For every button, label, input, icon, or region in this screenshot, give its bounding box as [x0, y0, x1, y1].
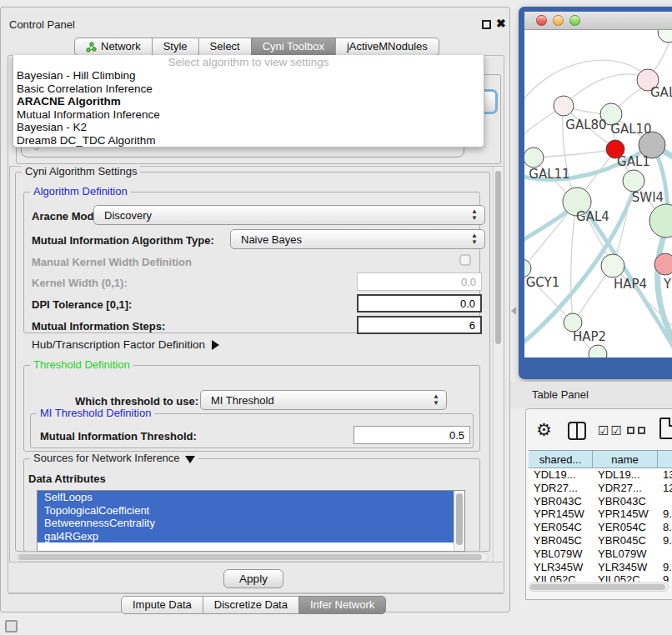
network-node-hap4[interactable] — [601, 254, 624, 278]
node-label-gal11: GAL11 — [529, 167, 569, 182]
attribute-item-selfloops[interactable]: SelfLoops — [38, 491, 464, 504]
algorithm-option-mutual-information-inference[interactable]: Mutual Information Inference — [13, 108, 484, 122]
network-node-gal80[interactable] — [554, 96, 574, 116]
algorithm-option-dream8-dc-tdc-algorithm[interactable]: Dream8 DC_TDC Algorithm — [13, 134, 484, 148]
table-row[interactable]: YDL19...YDL19...13 — [529, 468, 672, 482]
node-label-salmon-node: Y — [663, 277, 672, 292]
node-label-gcy1: GCY1 — [526, 275, 560, 290]
column-header-shared-[interactable]: shared... — [529, 451, 593, 468]
dpi-tolerance-field[interactable] — [357, 294, 482, 312]
network-edge[interactable] — [536, 150, 612, 158]
network-canvas[interactable]: GALGAL80GAL10GAL1SWI4GAL4GAL11GCY1HAP4YH… — [524, 30, 672, 358]
table-row[interactable]: YLR345WYLR345W9. — [529, 561, 672, 574]
tab-style[interactable]: Style — [152, 38, 199, 56]
algorithm-option-basic-correlation-inference[interactable]: Basic Correlation Inference — [13, 82, 484, 96]
tab-cyni-toolbox[interactable]: Cyni Toolbox — [251, 38, 336, 56]
tab-network[interactable]: Network — [74, 38, 153, 56]
mi-type-combo[interactable]: Naive Bayes ▲▼ — [230, 229, 485, 249]
mi-type-value: Naive Bayes — [241, 233, 302, 246]
settings-hscrollbar[interactable] — [17, 552, 489, 562]
minimized-panel-icon[interactable] — [5, 620, 18, 632]
node-label-swi4: SWI4 — [632, 190, 664, 205]
tab-discretize-data[interactable]: Discretize Data — [203, 596, 299, 614]
settings-vscrollbar[interactable] — [493, 167, 503, 562]
table-cell: YER054C — [593, 521, 658, 534]
table-cell: YLR345W — [529, 561, 593, 574]
table-row[interactable]: YPR145WYPR145W9. — [529, 508, 672, 521]
network-edge[interactable] — [524, 205, 574, 269]
algorithm-option-bayesian-k2[interactable]: Bayesian - K2 — [13, 121, 484, 134]
table-row[interactable]: YIL052CYIL052C9 — [529, 573, 672, 582]
network-window-titlebar[interactable] — [524, 12, 672, 30]
mi-steps-field[interactable] — [357, 316, 482, 334]
table-cell: YDL19... — [529, 468, 593, 482]
algorithm-option-bayesian-hill-climbing[interactable]: Bayesian - Hill Climbing — [13, 69, 484, 82]
kernel-width-field[interactable] — [357, 272, 482, 291]
network-node-bottom-partial[interactable] — [589, 345, 607, 358]
deselect-all-checkboxes-icon[interactable] — [627, 427, 645, 434]
algorithm-dropdown-placeholder: Select algorithm to view settings — [13, 55, 484, 69]
tab-select[interactable]: Select — [198, 38, 252, 56]
export-table-icon[interactable] — [659, 418, 672, 439]
table-cell: 12 — [658, 482, 672, 495]
network-node-swi4[interactable] — [623, 170, 644, 192]
hub-definition-toggle[interactable]: Hub/Transcription Factor Definition — [32, 338, 219, 351]
mi-threshold-field[interactable] — [354, 426, 470, 444]
manual-kernel-checkbox[interactable] — [459, 254, 471, 266]
network-canvas-svg: GALGAL80GAL10GAL1SWI4GAL4GAL11GCY1HAP4YH… — [524, 30, 672, 358]
mi-type-label: Mutual Information Algorithm Type: — [32, 234, 214, 247]
table-panel-title: Table Panel — [532, 388, 589, 401]
tab-infer-network[interactable]: Infer Network — [298, 596, 386, 614]
gear-icon[interactable]: ⚙ — [536, 420, 552, 440]
network-node-big-green[interactable] — [649, 204, 672, 238]
table-row[interactable]: YBL079WYBL079W — [529, 548, 672, 561]
minimize-window-icon[interactable] — [553, 15, 564, 26]
close-panel-icon[interactable]: ✖ — [496, 17, 506, 30]
tab-impute-data[interactable]: Impute Data — [121, 596, 203, 614]
mi-threshold-label: Mutual Information Threshold: — [40, 430, 197, 442]
network-node-salmon-node[interactable] — [654, 253, 672, 275]
network-node-gal11[interactable] — [524, 148, 544, 168]
table-cell: YDR27... — [593, 482, 658, 495]
table-row[interactable]: YER054CYER054C8. — [529, 521, 672, 534]
table-hscrollbar[interactable] — [529, 582, 669, 592]
table-cell: 8. — [658, 521, 672, 534]
which-threshold-combo[interactable]: MI Threshold ▲▼ — [200, 390, 447, 410]
control-panel-window: Control Panel ✖ NetworkStyleSelectCyni T… — [0, 7, 510, 612]
zoom-window-icon[interactable] — [569, 15, 580, 26]
float-panel-icon[interactable] — [482, 20, 491, 29]
table-row[interactable]: YBR043CYBR043C — [529, 495, 672, 508]
network-edge[interactable] — [524, 60, 648, 109]
table-header-row[interactable]: shared...nameA — [529, 450, 672, 468]
tab-jactivemnodules[interactable]: jActiveMNodules — [335, 38, 439, 56]
splitpane-handle-icon[interactable] — [511, 307, 516, 315]
column-header-a[interactable]: A — [658, 451, 672, 468]
attribute-item-topologicalcoefficient[interactable]: TopologicalCoefficient — [38, 504, 464, 518]
table-row[interactable]: YDR27...YDR27...12 — [529, 482, 672, 495]
network-edge[interactable] — [564, 74, 648, 105]
kernel-width-label: Kernel Width (0,1): — [32, 277, 128, 289]
aracne-mode-combo[interactable]: Discovery ▲▼ — [93, 205, 485, 225]
cyni-algorithm-settings-legend: Cyni Algorithm Settings — [22, 165, 140, 178]
close-window-icon[interactable] — [536, 15, 547, 26]
attribute-item-betweennesscentrality[interactable]: BetweennessCentrality — [38, 517, 464, 530]
tab-label: Discretize Data — [214, 597, 288, 613]
node-label-hap4: HAP4 — [614, 277, 647, 292]
table-cell: YIL052C — [593, 573, 658, 582]
select-all-checkboxes-icon[interactable]: ☑☑ — [598, 423, 624, 438]
column-layout-icon[interactable] — [568, 422, 586, 440]
table-cell: YBL079W — [593, 548, 658, 561]
data-attributes-list[interactable]: SelfLoopsTopologicalCoefficientBetweenne… — [37, 490, 465, 552]
network-edge[interactable] — [571, 205, 576, 320]
algorithm-dropdown-popup: Select algorithm to view settings Bayesi… — [13, 55, 484, 148]
algorithm-definition-legend: Algorithm Definition — [30, 185, 131, 198]
attributes-list-scrollbar[interactable] — [454, 491, 464, 551]
table-row[interactable]: YBR045CYBR045C9. — [529, 534, 672, 548]
apply-button[interactable]: Apply — [223, 569, 283, 588]
algorithm-option-aracne-algorithm[interactable]: ARACNE Algorithm — [13, 95, 484, 108]
network-node-top-partial[interactable] — [658, 30, 672, 42]
sources-legend: Sources for Network Inference — [30, 452, 198, 464]
expanded-arrow-icon[interactable] — [185, 456, 195, 463]
column-header-name[interactable]: name — [593, 451, 658, 468]
attribute-item-gal4rgexp[interactable]: gal4RGexp — [38, 530, 464, 543]
